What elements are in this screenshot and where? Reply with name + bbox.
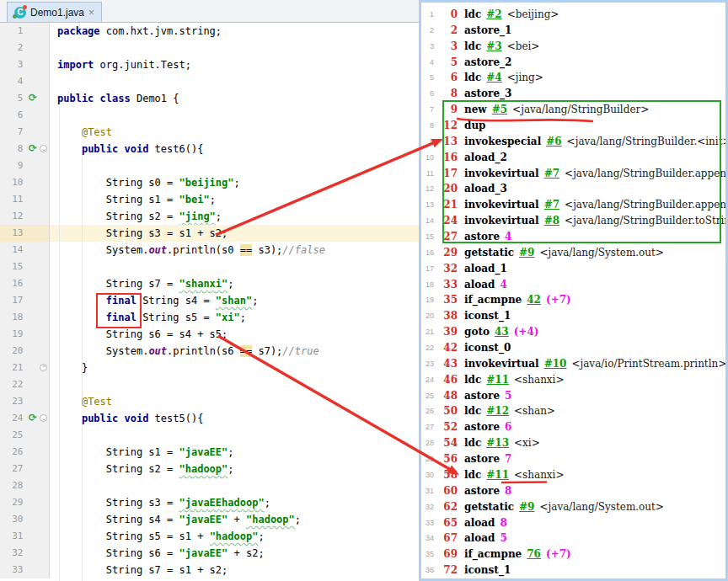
- fold-icon[interactable]: ⌄: [39, 141, 49, 157]
- code-token: String s7 =: [57, 278, 179, 290]
- fold-slot: [39, 326, 49, 343]
- code-line[interactable]: String s7 = "shanxi";: [50, 275, 419, 292]
- code-token: String s6 = s4 + s5;: [57, 328, 228, 340]
- code-line[interactable]: [50, 157, 419, 174]
- bytecode-offset: 65: [434, 515, 458, 531]
- code-token: ;: [240, 312, 246, 323]
- constant-pool-link[interactable]: #12: [486, 403, 509, 419]
- code-line[interactable]: [50, 40, 419, 56]
- code-line[interactable]: String s6 = "javaEE" + s2;: [50, 545, 419, 562]
- tab-title: Demo1.java: [30, 7, 84, 19]
- code-line[interactable]: String s4 = "javaEE" + "hadoop";: [50, 511, 419, 528]
- gutter-icon-slot: [26, 343, 39, 360]
- fold-slot: [39, 40, 49, 56]
- constant-pool-link[interactable]: #4: [486, 70, 501, 86]
- code-line[interactable]: public class Demo1 {: [50, 90, 419, 107]
- run-test-icon[interactable]: ⟳: [26, 410, 39, 427]
- constant-pool-link[interactable]: #9: [519, 499, 534, 515]
- bytecode-row: 3365aload8: [421, 515, 725, 531]
- constant-pool-link[interactable]: #2: [486, 7, 501, 23]
- code-line[interactable]: String s0 = "beijing";: [50, 174, 419, 191]
- code-line[interactable]: String s2 = "jing";: [50, 208, 419, 225]
- bytecode-row: 2650ldc#12<shan>: [421, 403, 725, 419]
- constant-pool-link[interactable]: #13: [486, 435, 509, 451]
- bytecode-offset: 38: [434, 308, 458, 324]
- close-icon[interactable]: ×: [88, 8, 94, 18]
- constant-pool-link[interactable]: #10: [544, 356, 567, 372]
- code-token: String s3 = s1 + s2;: [57, 227, 228, 239]
- code-line[interactable]: String s3 = s1 + s2;: [50, 225, 419, 242]
- line-number: 10: [0, 174, 26, 191]
- code-line[interactable]: String s5 = s1 + "hadoop";: [50, 528, 419, 545]
- code-token: "beijing": [179, 177, 234, 189]
- fold-icon[interactable]: ⌄: [39, 410, 49, 427]
- constant-pool-link[interactable]: #9: [519, 245, 534, 261]
- code-line[interactable]: String s3 = "javaEEhadoop";: [50, 494, 419, 511]
- bytecode-offset: 50: [434, 403, 458, 419]
- code-token: String s1 =: [57, 446, 179, 458]
- code-token: public void: [82, 143, 148, 155]
- constant-pool-link[interactable]: 76: [527, 546, 541, 562]
- code-line[interactable]: import org.junit.Test;: [50, 56, 419, 73]
- code-line[interactable]: String s6 = s4 + s5;: [50, 326, 419, 343]
- gutter-icon-slot: [26, 393, 39, 410]
- code-line[interactable]: [50, 376, 419, 393]
- bytecode-row-number: 36: [421, 562, 434, 578]
- code-line[interactable]: System.out.println(s0 == s3);//false: [50, 242, 419, 259]
- code-line[interactable]: String s1 = "bei";: [50, 191, 419, 208]
- line-number: 20: [0, 343, 26, 360]
- constant-pool-link[interactable]: 43: [495, 324, 509, 340]
- code-line[interactable]: System.out.println(s6 == s7);//true: [50, 343, 419, 360]
- line-number: 16: [0, 275, 26, 292]
- code-token: String s5 =: [136, 312, 216, 323]
- editor-gutter: 14: [0, 242, 50, 259]
- bytecode-row: 22astore_1: [421, 23, 725, 39]
- code-line[interactable]: [50, 259, 419, 275]
- indent-guide: [82, 427, 83, 581]
- bytecode-offset: 69: [434, 546, 458, 562]
- code-line[interactable]: [50, 73, 419, 90]
- code-token: [57, 126, 82, 138]
- editor-gutter: 31: [0, 528, 50, 545]
- bytecode-offset: 48: [434, 388, 458, 404]
- code-token: package: [57, 25, 100, 37]
- constant-pool-link[interactable]: #11: [486, 467, 509, 483]
- constant-pool-link[interactable]: #3: [486, 39, 501, 55]
- code-line[interactable]: @Test: [50, 124, 419, 141]
- code-line[interactable]: [50, 477, 419, 494]
- fold-slot: [39, 494, 49, 511]
- code-line[interactable]: String s1 = "javaEE";: [50, 444, 419, 461]
- editor-row: 11 String s1 = "bei";: [0, 191, 419, 208]
- code-line[interactable]: String s7 = s1 + s2;: [50, 562, 419, 578]
- code-line[interactable]: [50, 107, 419, 124]
- constant-pool-link[interactable]: 42: [527, 292, 541, 308]
- code-line[interactable]: public void test5(){: [50, 410, 419, 427]
- gutter-icon-slot: [26, 528, 39, 545]
- gutter-icon-slot: [26, 309, 39, 326]
- code-token: org.junit.Test;: [94, 59, 191, 71]
- editor-gutter: 20: [0, 343, 50, 360]
- bytecode-row: 2139goto43(+4): [421, 324, 725, 340]
- code-line[interactable]: String s2 = "hadoop";: [50, 461, 419, 477]
- code-line[interactable]: public void test6(){: [50, 141, 419, 157]
- tab-demo1-java[interactable]: C Demo1.java ×: [7, 2, 102, 22]
- code-editor[interactable]: 1package com.hxt.jvm.string;23import org…: [0, 23, 419, 581]
- run-test-icon[interactable]: ⟳: [26, 141, 39, 157]
- code-line[interactable]: [50, 427, 419, 444]
- line-number: 7: [0, 124, 26, 141]
- code-token: + s2;: [228, 547, 264, 559]
- code-line[interactable]: }: [50, 360, 419, 376]
- code-token: //true: [282, 345, 318, 357]
- bytecode-row-number: 30: [421, 467, 434, 483]
- fold-icon[interactable]: ⌃: [39, 360, 49, 376]
- constant-pool-link[interactable]: #11: [486, 372, 509, 388]
- gutter-icon-slot: [26, 73, 39, 90]
- fold-slot: [39, 511, 49, 528]
- code-line[interactable]: @Test: [50, 393, 419, 410]
- fold-slot: [39, 376, 49, 393]
- bytecode-row-number: 4: [421, 55, 434, 71]
- run-test-icon[interactable]: ⟳: [26, 90, 39, 107]
- code-line[interactable]: package com.hxt.jvm.string;: [50, 23, 419, 40]
- bytecode-offset: 52: [434, 419, 458, 435]
- bytecode-operand-number: 7: [505, 451, 511, 467]
